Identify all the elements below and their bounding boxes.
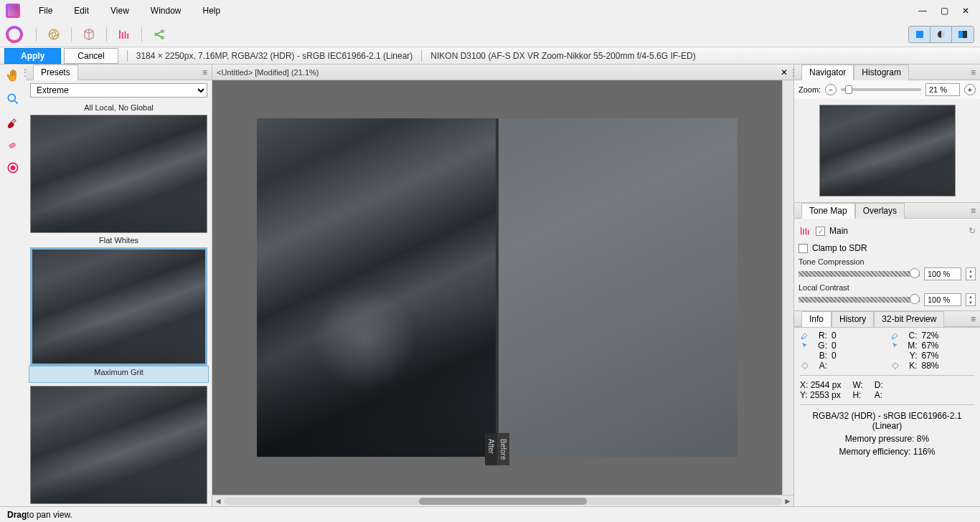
preset-label: Flat Whites [30,234,207,247]
tone-compression-stepper[interactable]: ▲▼ [966,267,976,280]
menu-window[interactable]: Window [141,3,192,19]
reset-icon[interactable]: ↻ [969,226,976,236]
info-mem-efficiency: Memory efficiency: 116% [800,445,974,458]
display-split-icon[interactable] [952,27,974,42]
split-label-after: After [485,433,497,465]
info-g-value: 0 [831,341,860,351]
preset-category-select[interactable]: Extreme [30,83,207,98]
panel-grip-icon[interactable]: ⋮⋮ [794,67,801,77]
svg-point-9 [892,364,897,369]
preset-thumb-all-local[interactable] [30,115,207,233]
split-handle[interactable] [496,118,499,457]
display-mirror-icon[interactable] [930,27,952,42]
zoom-label: Zoom: [798,85,821,94]
menu-edit[interactable]: Edit [64,3,99,19]
zoom-tool-icon[interactable] [4,90,22,108]
menu-file[interactable]: File [29,3,62,19]
preset-thumb-flat-whites[interactable] [30,247,207,366]
main-checkbox[interactable] [816,227,825,236]
tone-compression-slider[interactable] [798,271,920,277]
info-d-label: D: [875,380,883,390]
menubar: File Edit View Window Help [29,3,230,19]
panel-grip-icon[interactable]: ⋮⋮ [794,314,801,324]
tab-info[interactable]: Info [801,311,831,327]
zoom-in-icon[interactable]: + [964,84,976,95]
horizontal-scrollbar[interactable]: ◄ ► [212,495,793,506]
preset-list[interactable]: All Local, No Global Flat Whites Maximum… [26,100,212,506]
menu-help[interactable]: Help [193,3,231,19]
tab-navigator[interactable]: Navigator [801,65,854,80]
main-label: Main [829,226,848,236]
info-h-label: H: [852,390,861,400]
window-close-icon[interactable]: ✕ [960,6,971,16]
menu-view[interactable]: View [100,3,139,19]
panel-menu-icon[interactable]: ≡ [966,314,980,324]
tab-presets[interactable]: Presets [33,65,78,80]
panel-menu-icon[interactable]: ≡ [966,206,980,216]
tab-32bit-preview[interactable]: 32-bit Preview [874,311,944,327]
info-y-value: 67% [922,351,951,361]
zoom-slider[interactable] [841,88,921,91]
info-x-value: 2544 px [811,380,842,390]
panel-grip-icon[interactable]: ⋮⋮ [794,206,801,216]
vertical-scrollbar[interactable] [782,80,793,495]
local-contrast-input[interactable] [924,293,961,306]
share-icon[interactable] [152,27,166,42]
panel-menu-icon[interactable]: ≡ [966,67,980,77]
svg-point-8 [803,364,808,369]
svg-rect-5 [9,143,16,148]
tab-histogram[interactable]: Histogram [854,65,909,80]
tone-compression-input[interactable] [924,267,961,280]
target-icon[interactable] [890,361,900,371]
eyedropper-icon[interactable] [890,331,900,341]
tab-tone-map[interactable]: Tone Map [801,203,855,219]
local-contrast-label: Local Contrast [798,283,976,293]
info-k-label: K: [905,361,918,371]
cursor-icon[interactable] [890,341,900,351]
local-contrast-stepper[interactable]: ▲▼ [966,293,976,306]
split-label-before: Before [497,433,509,465]
preset-thumb-next[interactable] [30,386,207,504]
zoom-out-icon[interactable]: − [825,84,837,95]
zoom-value-input[interactable] [925,83,960,96]
canvas[interactable]: After Before [212,80,782,495]
cursor-icon[interactable] [800,341,810,351]
tab-history[interactable]: History [831,311,874,327]
tab-overlays[interactable]: Overlays [855,203,905,219]
apply-button[interactable]: Apply [4,48,61,64]
display-single-icon[interactable] [909,27,930,42]
hand-tool-icon[interactable] [4,67,22,85]
target-icon[interactable] [800,361,810,371]
info-c-label: C: [905,331,918,341]
info-r-value: 0 [831,331,860,341]
persona-photo-icon[interactable] [6,26,23,43]
svg-point-7 [11,166,15,170]
navigator-preview[interactable] [819,105,956,196]
eyedropper-icon[interactable] [800,331,810,341]
panel-grip-icon[interactable]: ⋮⋮ [26,67,33,77]
overlay-erase-tool-icon[interactable] [4,136,22,153]
preset-label: Maximum Grit [29,366,208,379]
aperture-icon[interactable] [47,27,61,42]
clamp-sdr-checkbox[interactable] [798,244,808,253]
tone-compression-label: Tone Compression [798,257,976,267]
cube-icon[interactable] [82,27,96,42]
info-r-label: R: [814,331,827,341]
cancel-button[interactable]: Cancel [64,48,118,64]
panel-menu-icon[interactable]: ≡ [198,67,212,77]
scroll-left-icon[interactable]: ◄ [212,496,224,506]
display-mode-toggle [908,26,974,43]
overlay-paint-tool-icon[interactable] [4,113,22,130]
info-c-value: 72% [922,331,951,341]
window-maximize-icon[interactable]: ▢ [938,6,950,16]
info-a-label: A: [814,361,827,371]
scroll-right-icon[interactable]: ► [782,496,793,506]
overlay-gradient-tool-icon[interactable] [4,159,22,176]
preview-after [257,118,497,457]
tonemap-persona-icon[interactable] [117,27,131,42]
info-b-label: B: [814,351,827,361]
window-minimize-icon[interactable]: — [917,6,928,16]
tool-strip [0,65,26,506]
local-contrast-slider[interactable] [798,297,920,303]
info-b-value: 0 [831,351,860,361]
